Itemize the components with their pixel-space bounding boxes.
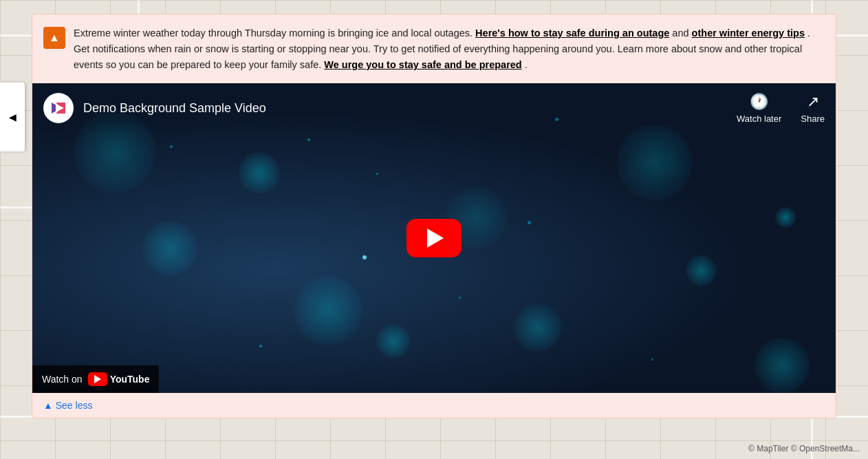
video-topbar: Demo Background Sample Video 🕐 Watch lat… bbox=[32, 83, 836, 134]
bokeh-7 bbox=[514, 303, 562, 352]
chevron-left-icon: ◀ bbox=[9, 111, 17, 122]
bokeh-5 bbox=[376, 324, 411, 359]
video-container[interactable]: Demo Background Sample Video 🕐 Watch lat… bbox=[32, 83, 836, 393]
map-copyright: © MapTiler © OpenStreetMa... bbox=[748, 444, 860, 453]
warning-icon bbox=[43, 27, 65, 49]
star-dot bbox=[259, 345, 262, 348]
bokeh-4 bbox=[294, 276, 362, 345]
youtube-wordmark: YouTube bbox=[110, 374, 150, 385]
play-icon bbox=[427, 228, 444, 248]
alert-text-part1: Extreme winter weather today through Thu… bbox=[74, 28, 473, 39]
star-dot bbox=[170, 145, 173, 148]
star-dot bbox=[376, 173, 378, 175]
clock-icon: 🕐 bbox=[750, 93, 768, 111]
panel-footer: ▲ See less bbox=[43, 393, 825, 418]
bokeh-10 bbox=[755, 338, 810, 393]
star-dot bbox=[459, 297, 461, 299]
channel-logo bbox=[43, 93, 74, 123]
alert-header: Extreme winter weather today through Thu… bbox=[43, 25, 825, 74]
star-dot bbox=[528, 221, 531, 224]
alert-link-stay-safe[interactable]: We urge you to stay safe and be prepared bbox=[324, 59, 521, 70]
watch-on-label: Watch on bbox=[42, 374, 83, 385]
video-title: Demo Background Sample Video bbox=[83, 101, 737, 116]
youtube-play-triangle bbox=[94, 375, 101, 383]
play-button-container[interactable] bbox=[406, 219, 462, 257]
watch-later-label: Watch later bbox=[737, 114, 781, 124]
bokeh-3 bbox=[239, 152, 280, 193]
video-actions: 🕐 Watch later ↗ Share bbox=[737, 93, 825, 124]
alert-text-and: and bbox=[672, 28, 691, 39]
bokeh-2 bbox=[142, 221, 197, 276]
sidebar-toggle-button[interactable]: ◀ bbox=[0, 83, 25, 151]
share-label: Share bbox=[801, 114, 825, 124]
youtube-logo-badge: YouTube bbox=[88, 372, 150, 386]
play-button[interactable] bbox=[406, 219, 462, 257]
star-dot bbox=[362, 255, 367, 259]
youtube-icon bbox=[88, 372, 107, 386]
bokeh-9 bbox=[686, 255, 717, 286]
bokeh-11 bbox=[775, 207, 796, 228]
bokeh-8 bbox=[617, 125, 693, 200]
see-less-button[interactable]: ▲ See less bbox=[43, 400, 92, 411]
alert-message: Extreme winter weather today through Thu… bbox=[74, 25, 825, 74]
see-less-label: ▲ See less bbox=[43, 400, 92, 411]
alert-text-part4: . bbox=[525, 59, 528, 70]
watch-on-youtube-bar[interactable]: Watch on YouTube bbox=[32, 365, 159, 393]
star-dot bbox=[651, 359, 653, 361]
watch-later-button[interactable]: 🕐 Watch later bbox=[737, 93, 781, 124]
brand-logo-icon bbox=[48, 98, 69, 118]
alert-link-outage[interactable]: Here's how to stay safe during an outage bbox=[475, 28, 669, 39]
share-icon: ↗ bbox=[807, 93, 819, 111]
alert-panel: Extreme winter weather today through Thu… bbox=[32, 14, 836, 418]
alert-link-winter-tips[interactable]: other winter energy tips bbox=[692, 28, 805, 39]
star-dot bbox=[307, 138, 310, 141]
share-button[interactable]: ↗ Share bbox=[801, 93, 825, 124]
